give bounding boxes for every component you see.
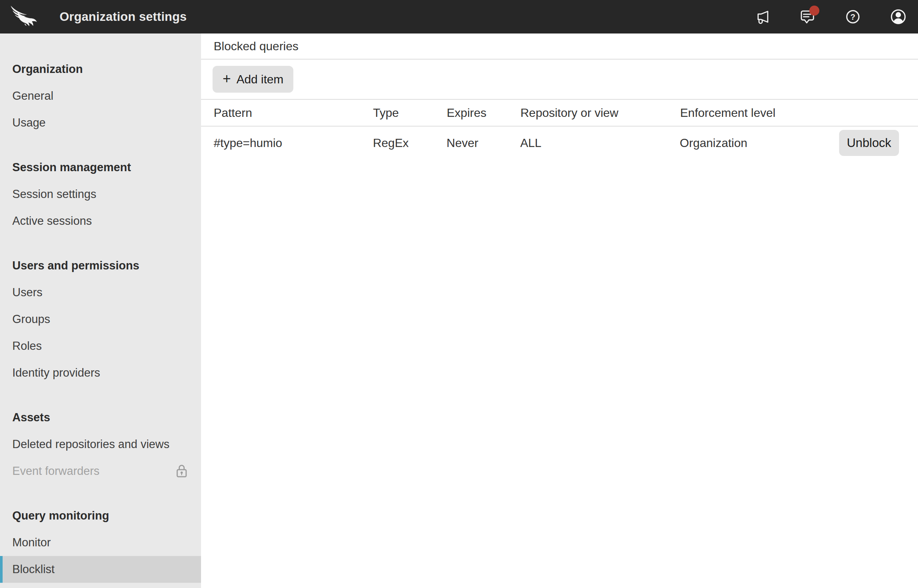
cell-actions: Unblock: [839, 130, 918, 156]
column-header-enforcement: Enforcement level: [680, 106, 839, 120]
user-avatar-icon[interactable]: [890, 8, 907, 25]
sidebar-item-session-settings[interactable]: Session settings: [0, 181, 201, 208]
sidebar-section-assets: Assets Deleted repositories and views Ev…: [0, 404, 201, 485]
unblock-button[interactable]: Unblock: [839, 130, 899, 156]
sidebar-item-roles[interactable]: Roles: [0, 333, 201, 360]
topbar: Organization settings ?: [0, 0, 918, 34]
help-icon[interactable]: ?: [844, 8, 861, 25]
column-header-repository: Repository or view: [520, 106, 680, 120]
sidebar-item-usage[interactable]: Usage: [0, 110, 201, 136]
lock-icon: [176, 464, 187, 478]
column-header-type: Type: [373, 106, 447, 120]
table-header-row: Pattern Type Expires Repository or view …: [201, 100, 918, 126]
page-title: Organization settings: [60, 10, 187, 24]
cell-enforcement: Organization: [680, 136, 839, 150]
sidebar-section-users-permissions: Users and permissions Users Groups Roles…: [0, 252, 201, 386]
column-header-expires: Expires: [447, 106, 520, 120]
sidebar-item-active-sessions[interactable]: Active sessions: [0, 208, 201, 234]
toolbar: + Add item: [201, 60, 918, 100]
section-header-organization: Organization: [0, 56, 201, 82]
cell-expires: Never: [447, 136, 520, 150]
sidebar-item-general[interactable]: General: [0, 82, 201, 110]
sidebar-item-deleted-repositories[interactable]: Deleted repositories and views: [0, 431, 201, 458]
sidebar-section-query-monitoring: Query monitoring Monitor Blocklist: [0, 502, 201, 583]
sidebar-item-monitor[interactable]: Monitor: [0, 529, 201, 556]
active-item-indicator: [0, 556, 3, 583]
sidebar-item-blocklist[interactable]: Blocklist: [0, 556, 201, 583]
section-header-users-permissions: Users and permissions: [0, 252, 201, 279]
unread-notification-dot: [809, 6, 819, 16]
sidebar-item-identity-providers[interactable]: Identity providers: [0, 360, 201, 386]
topbar-icon-group: ?: [753, 8, 918, 25]
sidebar-item-label: Blocklist: [12, 563, 55, 576]
settings-sidebar: Organization General Usage Session manag…: [0, 34, 201, 588]
sidebar-item-groups[interactable]: Groups: [0, 306, 201, 333]
content-header: Blocked queries: [201, 34, 918, 60]
crowdstrike-falcon-logo[interactable]: [10, 4, 39, 29]
add-item-button[interactable]: + Add item: [213, 66, 293, 93]
cell-repository: ALL: [520, 136, 680, 150]
megaphone-icon[interactable]: [753, 8, 771, 25]
section-header-assets: Assets: [0, 404, 201, 431]
section-header-query-monitoring: Query monitoring: [0, 502, 201, 529]
column-header-pattern: Pattern: [214, 106, 373, 120]
sidebar-item-event-forwarders[interactable]: Event forwarders: [0, 458, 201, 485]
cell-pattern: #type=humio: [214, 136, 373, 150]
section-header-session-management: Session management: [0, 154, 201, 181]
sidebar-item-users[interactable]: Users: [0, 279, 201, 306]
main-content: Blocked queries + Add item Pattern Type …: [201, 34, 918, 588]
content-heading: Blocked queries: [214, 39, 299, 53]
add-item-label: Add item: [236, 73, 283, 86]
table-row: #type=humio RegEx Never ALL Organization…: [201, 126, 918, 159]
messages-icon[interactable]: [799, 8, 816, 25]
plus-icon: +: [223, 71, 231, 86]
svg-text:?: ?: [850, 12, 855, 22]
sidebar-section-organization: Organization General Usage: [0, 56, 201, 136]
sidebar-section-session-management: Session management Session settings Acti…: [0, 154, 201, 234]
sidebar-item-label: Event forwarders: [12, 464, 99, 478]
cell-type: RegEx: [373, 136, 447, 150]
